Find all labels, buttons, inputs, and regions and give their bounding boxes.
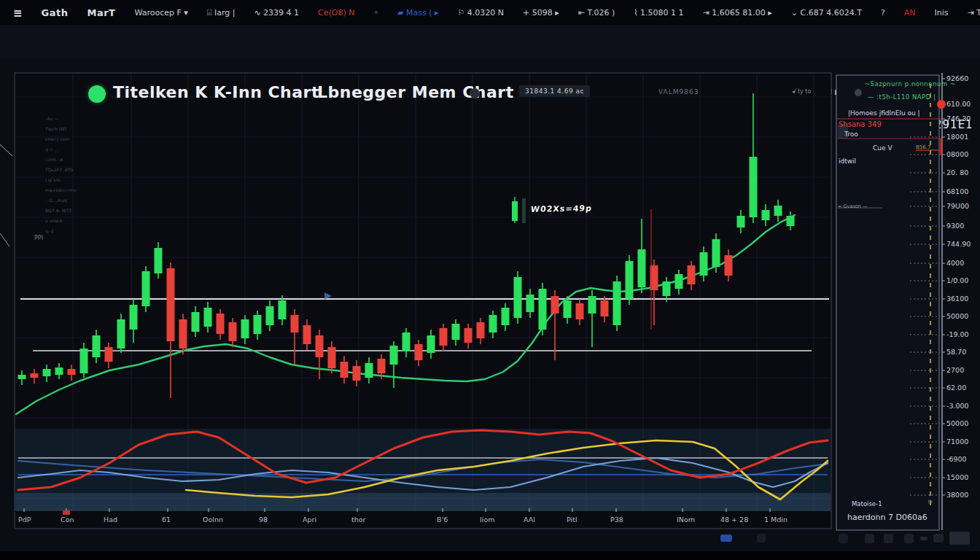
candle-body — [155, 248, 163, 273]
price-scale-label: 62.00 — [946, 384, 966, 392]
x-axis-label: Con — [61, 516, 74, 524]
legend-item: | qi vm. — [45, 175, 78, 185]
panel-footer-label: Matoise-1 — [852, 500, 882, 508]
candle-body — [427, 335, 435, 353]
candle-body — [576, 303, 584, 319]
candle-body — [204, 308, 212, 327]
candle-body — [564, 300, 572, 318]
candle-body — [588, 296, 596, 314]
price-scale-label: 18001 — [946, 133, 968, 141]
taskbar-circle-icon[interactable] — [904, 534, 914, 543]
price-scale-label: 4000 — [946, 259, 964, 267]
chart-status-dot — [88, 85, 106, 103]
candle-body — [464, 328, 472, 343]
current-price-dot — [937, 100, 946, 109]
taskbar-circle-icon[interactable] — [839, 534, 848, 543]
price-scale-label: 68100 — [946, 187, 968, 195]
x-axis-label: AAl — [524, 516, 535, 524]
candle-body — [105, 347, 113, 362]
candle-body — [217, 314, 225, 334]
candle-body — [452, 324, 460, 340]
x-axis-label: thor — [351, 516, 365, 524]
candle-body — [341, 362, 349, 378]
x-axis-label: 1 Mdin — [764, 516, 788, 524]
panel-symbol-label[interactable]: Shsana 349 — [839, 120, 882, 128]
chart-info-icon[interactable] — [470, 88, 480, 98]
price-scale-label: 58.70 — [946, 348, 966, 356]
x-axis-label: Had — [104, 516, 117, 524]
x-axis-label: 61 — [162, 516, 171, 524]
panel-gear-icon[interactable]: ⚙ — [928, 499, 933, 505]
price-scale-label: 50000 — [946, 419, 968, 427]
indicator-legend-list: -4v: ~Tqv-h (W)cnw/:) cvmq :/ ._:.(mt...… — [45, 114, 78, 236]
x-axis-label: B'6 — [437, 516, 448, 524]
candle-body — [526, 295, 534, 312]
candle-body — [80, 349, 88, 373]
candle-body — [365, 363, 373, 378]
candle-body — [502, 308, 510, 325]
legend-item: cnw/:) cvm — [45, 134, 78, 144]
right-panel-box — [836, 75, 939, 530]
legend-item: BQ7 A- W73 — [45, 206, 78, 216]
candle-body — [774, 206, 782, 216]
x-axis-label: 48 + 28 — [720, 516, 748, 524]
legend-item: :.(mt...A — [45, 155, 78, 165]
x-axis-label: 98 — [259, 516, 268, 524]
legend-pp-label: PPI — [34, 235, 43, 241]
panel-value-yellow: B56.7 — [916, 144, 930, 150]
price-scale-label: 71000 — [946, 438, 968, 446]
chart-corner-controls[interactable]: ◂⁄ ty to — [792, 88, 811, 95]
indicator-bg-band — [15, 493, 831, 510]
candle-body — [688, 265, 696, 284]
candle-body — [539, 289, 547, 330]
candle-body — [266, 306, 274, 325]
chart-watermark: VALM9863 — [658, 88, 699, 96]
x-axis-label: Apri — [303, 516, 316, 524]
candle-body — [117, 319, 125, 349]
candle-body — [303, 325, 311, 344]
panel-line-green1: ~Sazpnurn p.nonnnnum ~ — [865, 80, 956, 88]
taskbar-dots-icon[interactable] — [920, 537, 928, 540]
chart-title-secondary: Lbnegger Mem Chart — [317, 83, 514, 101]
candle-body — [601, 300, 609, 316]
candle-body — [192, 312, 200, 332]
legend-item: -4v: ~ — [45, 114, 78, 124]
x-axis-label: Pitl — [567, 516, 578, 524]
taskbar-active-chip[interactable] — [949, 532, 970, 545]
candle-body — [762, 210, 770, 220]
taskbar-blue-icon[interactable] — [720, 534, 732, 542]
candle-body — [378, 359, 386, 373]
tooltip-candle-dark — [522, 198, 526, 223]
candle-body — [551, 296, 559, 314]
legend-item: Tqv-h (W) — [45, 124, 78, 134]
panel-line-green2: — :t5h-L110 NAPD | — [868, 93, 936, 101]
price-scale-label: 2700 — [946, 366, 964, 374]
panel-line-white5: ≈ Gvason — — [838, 203, 867, 209]
price-scale-label: 746.30 — [946, 114, 971, 122]
price-scale-label: -3.000 — [946, 402, 969, 410]
taskbar-circle-icon[interactable] — [865, 534, 874, 543]
price-badge: 31843.1 4.69 ac — [519, 85, 590, 97]
price-scale-label: 610.00 — [946, 100, 971, 108]
candle-body — [675, 274, 683, 289]
price-scale-label: 79U00 — [946, 202, 969, 210]
candle-body — [31, 373, 39, 378]
candle-body — [142, 271, 150, 306]
x-axis-label: INom — [677, 516, 695, 524]
price-scale-label: 744.90 — [946, 240, 971, 248]
price-scale-label: 08000 — [946, 150, 968, 158]
taskbar-app-icon[interactable] — [757, 534, 766, 542]
candle-body — [167, 268, 175, 341]
candle-body — [328, 347, 336, 368]
bottom-black-strip — [0, 551, 980, 560]
candle-body — [291, 315, 299, 332]
legend-item: TQv2F7 :BTb — [45, 165, 78, 175]
taskbar-circle-icon[interactable] — [884, 534, 893, 543]
candle-body — [626, 261, 634, 299]
candle-body — [725, 255, 733, 276]
candle-body — [712, 239, 720, 267]
candle-body — [55, 368, 63, 375]
taskbar-circle-icon[interactable] — [933, 534, 944, 542]
candle-body — [514, 277, 522, 318]
candle-body — [93, 335, 101, 357]
